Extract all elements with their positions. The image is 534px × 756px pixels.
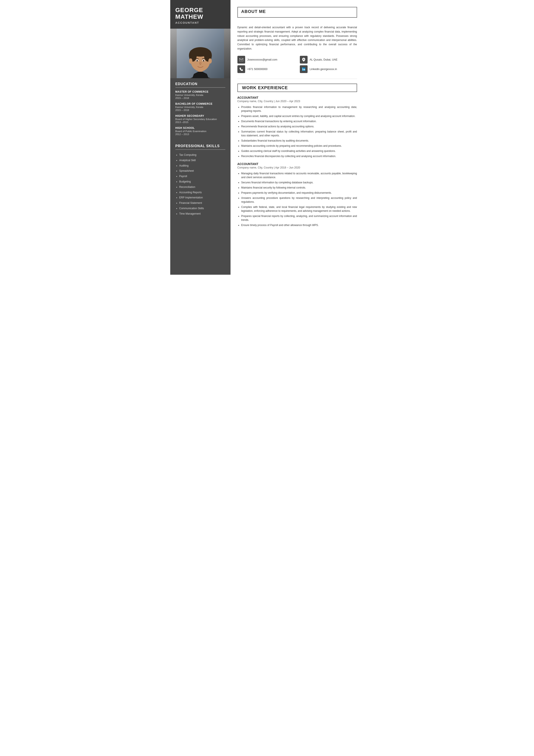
candidate-name: GEORGE MATHEW (175, 7, 225, 20)
education-item: HIGH SCHOOL Board of Public Examination … (175, 126, 225, 136)
svg-rect-21 (302, 69, 303, 70)
edu-year: 2015 – 2018 (175, 109, 225, 111)
work-section: WORK EXPERIENCE ACCOUNTANT Company name,… (238, 84, 357, 228)
contact-phone-item: +971 500000000 (238, 65, 295, 73)
skill-item: Financial Statement (175, 201, 225, 206)
education-list: MASTER OF COMMERCE Kannur University, Ke… (175, 90, 225, 136)
contact-section: Josexxxxxxx@gmail.com AL Qusais, Dubai, … (238, 56, 357, 79)
contact-row-2: +971 500000000 Linkedin.georgexxxx.in (238, 65, 357, 73)
candidate-title: ACCOUNTANT (175, 21, 225, 24)
job-title: ACCOUNTANT (238, 162, 357, 166)
sidebar-header: GEORGE MATHEW ACCOUNTANT (170, 0, 231, 29)
edu-school: Kannur University, Kerala (175, 93, 225, 97)
candidate-photo (170, 29, 231, 78)
education-item: MASTER OF COMMERCE Kannur University, Ke… (175, 90, 225, 99)
job-bullets: Provides financial information to manage… (238, 104, 357, 159)
skill-item: ERP Implementation (175, 195, 225, 201)
job-bullet: Substantiates financial transactions by … (238, 138, 357, 143)
edu-year: 2013 –2015 (175, 121, 225, 123)
edu-school: Board of Higher Secondary Education (175, 118, 225, 121)
job-subtitle: Company name, City, Country | Jun 2020 –… (238, 100, 357, 103)
job-bullet: Prepares asset, liability, and capital a… (238, 114, 357, 119)
job-bullet: Recommends financial actions by analysin… (238, 124, 357, 129)
svg-point-17 (208, 58, 212, 64)
edu-degree: HIGHER SECONDARY (175, 114, 225, 118)
svg-point-19 (303, 59, 304, 60)
education-title: EDUCATION (175, 82, 225, 88)
skills-list: Tax ComputingAnalytical SkillAuditingSpr… (175, 152, 225, 217)
skill-item: Tax Computing (175, 152, 225, 158)
edu-year: 2012 – 2013 (175, 133, 225, 136)
contact-email-item: Josexxxxxxx@gmail.com (238, 56, 295, 64)
skill-item: Spreadsheet (175, 168, 225, 174)
svg-point-14 (196, 60, 198, 61)
job-subtitle: Company name, City, Country | Apr 2018 –… (238, 166, 357, 169)
contact-location-item: AL Qusais, Dubai, UAE (300, 56, 357, 64)
contact-linkedin-item: Linkedin.georgexxxx.in (300, 65, 357, 73)
job-bullet: Prepares payments by verifying documenta… (238, 190, 357, 195)
job-bullet: Answers accounting procedure questions b… (238, 195, 357, 204)
job-bullet: Maintains financial security by followin… (238, 185, 357, 190)
svg-rect-18 (239, 58, 243, 61)
job-item: ACCOUNTANT Company name, City, Country |… (238, 96, 357, 159)
job-bullet: Secures financial information by complet… (238, 180, 357, 185)
education-item: HIGHER SECONDARY Board of Higher Seconda… (175, 114, 225, 123)
edu-school: Board of Public Examination (175, 129, 225, 133)
skill-item: Accounting Reports (175, 190, 225, 195)
photo-placeholder (170, 29, 231, 78)
job-title: ACCOUNTANT (238, 96, 357, 99)
job-bullet: Documents financial transactions by ente… (238, 119, 357, 124)
job-bullets: Managing daily financial transactions re… (238, 171, 357, 228)
skill-item: Auditing (175, 163, 225, 169)
edu-degree: MASTER OF COMMERCE (175, 90, 225, 93)
skills-section: PROFESSIONAL SKILLS Tax ComputingAnalyti… (170, 140, 231, 218)
job-bullet: Managing daily financial transactions re… (238, 171, 357, 180)
contact-location: AL Qusais, Dubai, UAE (310, 58, 338, 61)
job-bullet: Provides financial information to manage… (238, 104, 357, 114)
job-bullet: Prepares special financial reports by co… (238, 213, 357, 223)
skill-item: Analytical Skill (175, 158, 225, 163)
skills-title: PROFESSIONAL SKILLS (175, 144, 225, 150)
skill-item: Time Management (175, 211, 225, 217)
sidebar: GEORGE MATHEW ACCOUNTANT (170, 0, 231, 275)
skill-item: Communication Skills (175, 206, 225, 211)
main-content: ABOUT ME Dynamic and detail-oriented acc… (231, 0, 364, 275)
about-text: Dynamic and detail-oriented accountant w… (238, 25, 357, 51)
svg-point-15 (203, 60, 204, 61)
svg-point-16 (189, 58, 192, 64)
skill-item: Budgeting (175, 179, 225, 184)
job-bullet: Summarizes current financial status by c… (238, 129, 357, 138)
education-item: BACHELOR OF COMMERCE Kannur University, … (175, 102, 225, 111)
edu-degree: HIGH SCHOOL (175, 126, 225, 129)
phone-icon (238, 65, 245, 73)
jobs-list: ACCOUNTANT Company name, City, Country |… (238, 96, 357, 228)
location-icon (300, 56, 308, 64)
edu-year: 2015 – 2018 (175, 97, 225, 99)
education-section: EDUCATION MASTER OF COMMERCE Kannur Univ… (170, 78, 231, 140)
about-box: ABOUT ME (238, 7, 357, 18)
job-bullet: Maintains accounting controls by prepari… (238, 143, 357, 148)
skill-item: Payroll (175, 174, 225, 179)
work-title: WORK EXPERIENCE (242, 85, 288, 90)
job-bullet: Guides accounting clerical staff by coor… (238, 148, 357, 154)
job-bullet: Reconciles financial discrepancies by co… (238, 154, 357, 159)
contact-phone: +971 500000000 (247, 68, 267, 71)
about-header: ABOUT ME (238, 7, 357, 22)
contact-row-1: Josexxxxxxx@gmail.com AL Qusais, Dubai, … (238, 56, 357, 64)
svg-point-22 (302, 68, 303, 68)
email-icon (238, 56, 245, 64)
linkedin-icon (300, 65, 308, 73)
job-bullet: Ensure timely process of Payroll and oth… (238, 223, 357, 228)
skill-item: Reconciliation (175, 184, 225, 190)
work-title-box: WORK EXPERIENCE (238, 84, 357, 92)
contact-email: Josexxxxxxx@gmail.com (247, 58, 277, 61)
about-title: ABOUT ME (241, 9, 353, 14)
edu-school: Kannur University, Kerala (175, 105, 225, 109)
job-bullet: Complies with federal, state, and local … (238, 204, 357, 213)
job-item: ACCOUNTANT Company name, City, Country |… (238, 162, 357, 228)
contact-linkedin: Linkedin.georgexxxx.in (310, 68, 337, 71)
edu-degree: BACHELOR OF COMMERCE (175, 102, 225, 105)
